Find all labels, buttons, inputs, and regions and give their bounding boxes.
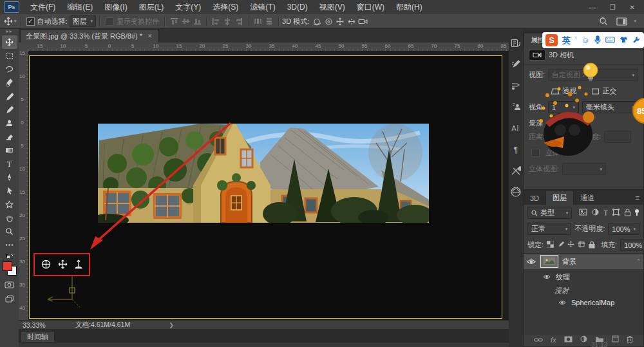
stamp-panel-icon[interactable] — [509, 100, 522, 113]
layer-row-background[interactable]: 背景 ⌃ — [524, 254, 643, 269]
document-tab-close-icon[interactable]: ✕ — [147, 33, 153, 39]
align-hcenter-icon[interactable] — [222, 15, 233, 27]
quick-mask-button[interactable] — [2, 278, 17, 292]
quick-select-tool[interactable] — [2, 76, 17, 89]
restore-button[interactable]: ❐ — [610, 4, 616, 11]
workspace-switcher-icon[interactable] — [616, 15, 627, 27]
clone-stamp-tool[interactable] — [2, 117, 17, 130]
menu-image[interactable]: 图像(I) — [99, 0, 133, 14]
depth-input[interactable] — [604, 131, 631, 143]
blend-mode-dropdown[interactable]: 正常▾ — [527, 223, 571, 235]
filter-toggle-icon[interactable] — [634, 209, 639, 218]
tool-presets-icon[interactable] — [509, 164, 522, 177]
brush-tool[interactable] — [2, 103, 17, 117]
mic-icon[interactable] — [594, 35, 601, 46]
align-left-icon[interactable] — [210, 15, 222, 27]
move-tool[interactable] — [2, 35, 17, 49]
brush-settings-icon[interactable] — [509, 58, 522, 71]
align-top-icon[interactable] — [168, 15, 180, 27]
search-icon[interactable] — [598, 15, 609, 27]
lock-pixels-icon[interactable] — [557, 241, 564, 249]
vertical-ruler[interactable]: 151050510152025303540 — [19, 51, 29, 320]
menu-help[interactable]: 帮助(H) — [390, 0, 428, 14]
layer-name[interactable]: 背景 — [562, 257, 576, 267]
tab-channels[interactable]: 通道 — [574, 191, 601, 205]
hand-tool[interactable] — [2, 211, 17, 225]
3d-orbit-mode-icon[interactable] — [311, 15, 323, 27]
zoom-tool[interactable] — [2, 225, 17, 238]
ime-language-toggle[interactable]: 英 — [562, 35, 571, 46]
filter-smart-objects-icon[interactable] — [624, 209, 631, 218]
layer-row-diffuse[interactable]: 漫射 — [524, 285, 643, 296]
timeline-tab[interactable]: 时间轴 — [21, 331, 55, 342]
filter-pixel-layers-icon[interactable] — [579, 209, 587, 217]
menu-select[interactable]: 选择(S) — [207, 0, 244, 14]
distribute-h-icon[interactable] — [252, 15, 263, 27]
more-tools[interactable] — [2, 238, 17, 252]
align-bottom-icon[interactable] — [191, 15, 203, 27]
layer-row-sphericalmap[interactable]: SphericalMap — [524, 296, 643, 309]
close-button[interactable]: ✕ — [630, 4, 635, 11]
workspace-caret-icon[interactable]: ▾ — [634, 19, 636, 24]
tab-layers[interactable]: 图层 — [545, 191, 574, 205]
layer-row-texture[interactable]: 纹理 — [524, 269, 643, 285]
menu-view[interactable]: 视图(V) — [314, 0, 351, 14]
document-tab[interactable]: 全景图.jpg @ 33.3% (背景 RGB/8#) * ✕ — [20, 29, 158, 42]
default-swap-colors-icon[interactable] — [2, 252, 17, 259]
canvas-area[interactable] — [28, 51, 509, 320]
delete-layer-icon[interactable] — [627, 335, 633, 344]
dolly-3d-camera-icon[interactable] — [74, 259, 83, 271]
move-tool-preset-icon[interactable] — [3, 15, 14, 27]
3d-axis-widget[interactable] — [35, 275, 86, 314]
menu-edit[interactable]: 编辑(E) — [61, 0, 99, 14]
tab-3d[interactable]: 3D — [524, 191, 545, 205]
eraser-tool[interactable] — [2, 130, 17, 144]
align-right-icon[interactable] — [233, 15, 245, 27]
lock-all-icon[interactable] — [589, 241, 595, 250]
pen-tool[interactable] — [2, 171, 17, 184]
layer-name[interactable]: 漫射 — [554, 286, 569, 295]
lasso-tool[interactable] — [2, 62, 17, 76]
align-vcenter-icon[interactable] — [180, 15, 191, 27]
new-layer-icon[interactable] — [612, 335, 619, 344]
layer-thumbnail[interactable] — [540, 255, 558, 268]
menu-3d[interactable]: 3D(D) — [281, 0, 314, 14]
3d-zoom-mode-icon[interactable] — [357, 15, 369, 27]
character-icon[interactable]: A — [509, 122, 522, 135]
panel-menu-icon[interactable]: ≡ — [636, 194, 639, 202]
minimize-button[interactable]: — — [589, 4, 596, 11]
gradient-tool[interactable] — [2, 144, 17, 157]
menu-type[interactable]: 文字(Y) — [169, 0, 207, 14]
3d-roll-mode-icon[interactable] — [323, 15, 334, 27]
status-options-arrow-icon[interactable]: ❯ — [169, 322, 174, 328]
horizontal-ruler[interactable]: 151050510152025303540455055606570758085 — [28, 42, 509, 52]
lock-position-icon[interactable] — [567, 241, 574, 249]
3d-slide-mode-icon[interactable] — [346, 15, 357, 27]
zoom-level-field[interactable]: 33.33% — [23, 321, 68, 329]
opacity-dropdown[interactable]: 100%▾ — [608, 223, 639, 235]
ruler-origin-corner[interactable] — [19, 42, 29, 52]
layer-name[interactable]: SphericalMap — [571, 299, 614, 306]
menu-file[interactable]: 文件(F) — [24, 0, 61, 14]
3d-pan-mode-icon[interactable] — [334, 15, 346, 27]
layer-style-fx-icon[interactable]: fx — [551, 336, 556, 344]
filter-adjustment-layers-icon[interactable] — [592, 209, 599, 217]
wrench-icon[interactable] — [632, 36, 640, 45]
marquee-tool[interactable] — [2, 49, 17, 62]
sogou-logo-icon[interactable]: S — [545, 34, 558, 46]
visibility-eye-icon[interactable] — [557, 300, 567, 305]
history-icon[interactable] — [509, 37, 522, 50]
menu-window[interactable]: 窗口(W) — [351, 0, 390, 14]
show-transform-checkbox[interactable]: ✓ — [106, 17, 114, 26]
fill-dropdown[interactable]: 100%▾ — [620, 239, 644, 251]
menu-layer[interactable]: 图层(L) — [133, 0, 170, 14]
ime-toolbar[interactable]: S 英 ’ ☺ — [542, 32, 644, 48]
visibility-eye-icon[interactable] — [542, 274, 552, 279]
smiley-icon[interactable]: ☺ — [581, 35, 589, 45]
shape-tool[interactable] — [2, 198, 17, 211]
type-tool[interactable]: T — [2, 157, 17, 171]
collapse-effects-chevron-icon[interactable]: ⌃ — [636, 258, 641, 265]
creative-cloud-icon[interactable] — [509, 185, 522, 198]
foreground-color-swatch[interactable] — [3, 261, 12, 271]
tool-preset-caret-icon[interactable]: ▾ — [14, 19, 17, 24]
